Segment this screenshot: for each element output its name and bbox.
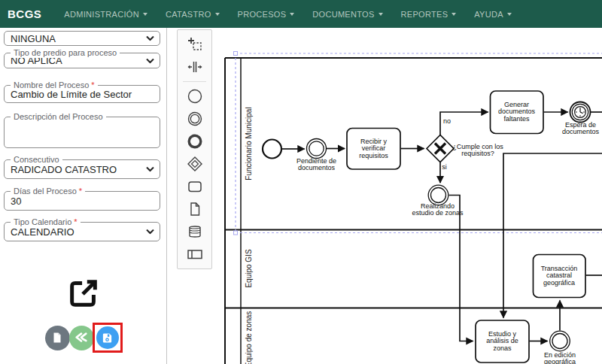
navbar: BCGS ADMINISTRACIÓN CATASTRO PROCESOS DO… — [0, 0, 602, 28]
external-link-icon — [66, 276, 101, 311]
lane-label-equipo-gis[interactable]: Equipo GIS — [245, 249, 253, 287]
palette-create-participant[interactable] — [178, 243, 211, 265]
caret-down-icon — [143, 13, 147, 16]
document-button[interactable] — [45, 326, 70, 350]
svg-text:Recibir yverificarrequisitos: Recibir yverificarrequisitos — [359, 138, 388, 159]
select-ninguna[interactable]: NINGUNA — [4, 31, 160, 46]
palette-space-tool[interactable] — [178, 56, 211, 78]
input-nombre-proceso[interactable]: Nombre del Proceso * Cambio de Límite de… — [4, 85, 160, 103]
palette-create-end-event[interactable] — [178, 130, 211, 153]
caret-down-icon — [507, 13, 512, 16]
svg-text:Pendiente dedocumentos: Pendiente dedocumentos — [296, 157, 336, 171]
process-form-panel: NINGUNA Tipo de predio para proceso NO A… — [0, 28, 167, 364]
participant-icon — [186, 245, 204, 263]
nav-item-documentos[interactable]: DOCUMENTOS — [303, 10, 391, 19]
data-store-icon — [186, 223, 204, 241]
bpmn-palette — [177, 29, 212, 269]
task-generar-documentos[interactable]: Generardocumentosfaltantes — [491, 91, 544, 134]
selection-handle[interactable] — [234, 52, 238, 56]
chevron-down-icon — [146, 167, 154, 172]
task-icon — [186, 177, 204, 196]
chevron-down-icon — [146, 36, 154, 41]
task-transaccion-catastral[interactable]: Transaccióncatastralgeográfica — [534, 255, 586, 298]
file-icon — [51, 332, 63, 344]
open-diagram-button[interactable] — [0, 276, 167, 311]
caret-down-icon — [290, 13, 294, 16]
svg-text:En edicióngeográfica: En edicióngeográfica — [544, 351, 576, 364]
textarea-descripcion[interactable]: Descripción del Proceso — [4, 117, 160, 148]
lane-label-funcionario-municipal[interactable]: Funcionario Municipal — [245, 107, 253, 180]
palette-create-intermediate-event[interactable] — [178, 108, 211, 130]
timer-event-espera[interactable]: Espera dedocumentos — [562, 102, 600, 135]
nav-item-reportes[interactable]: REPORTES — [392, 10, 466, 19]
space-tool-icon — [186, 58, 204, 76]
save-floppy-icon — [102, 332, 113, 344]
double-back-arrow-icon — [74, 331, 89, 344]
input-dias-proceso[interactable]: Días del Proceso * 30 — [4, 191, 160, 211]
svg-text:Espera dedocumentos: Espera dedocumentos — [562, 121, 600, 135]
end-event-icon — [186, 132, 204, 150]
nav-item-procesos[interactable]: PROCESOS — [229, 10, 304, 19]
flow-realizando-to-estudio[interactable] — [449, 196, 473, 341]
nav-item-ayuda[interactable]: AYUDA — [465, 10, 521, 19]
nav-item-catastro[interactable]: CATASTRO — [157, 10, 229, 19]
bpmn-diagram: Funcionario Municipal Equipo GIS Equipo … — [167, 28, 602, 364]
flow-label-no: no — [443, 117, 451, 125]
clock-icon — [575, 107, 586, 118]
select-tipo-calendario[interactable]: Tipo Calendario * CALENDARIO — [4, 222, 160, 241]
lane-label-equipo-de-zonas[interactable]: Equipo de zonas — [245, 311, 253, 364]
save-button-highlight — [93, 323, 123, 353]
task-recibir-verificar[interactable]: Recibir yverificarrequisitos — [347, 129, 400, 170]
intermediate-event-pendiente[interactable]: Pendiente dedocumentos — [296, 139, 336, 172]
undo-button[interactable] — [69, 326, 94, 350]
brand-logo[interactable]: BCGS — [8, 8, 41, 20]
chevron-down-icon — [146, 58, 154, 63]
intermediate-event-edicion[interactable]: En edicióngeográfica — [544, 331, 576, 364]
palette-create-gateway[interactable] — [178, 153, 211, 175]
task-estudio-analisis[interactable]: Estudio yanálisis dezonas — [476, 320, 529, 362]
save-button[interactable] — [96, 326, 119, 349]
start-event[interactable] — [263, 140, 281, 159]
palette-create-data-store[interactable] — [178, 220, 211, 243]
svg-text:Realizandoestudio de zonas: Realizandoestudio de zonas — [412, 202, 464, 217]
lasso-tool-icon — [186, 35, 204, 53]
palette-separator — [183, 81, 206, 82]
flow-label-si: si — [442, 163, 447, 171]
intermediate-event-realizando[interactable]: Realizandoestudio de zonas — [412, 185, 464, 217]
caret-down-icon — [379, 13, 383, 16]
exclusive-gateway[interactable]: ¿Cumple con losrequisitos? — [427, 135, 503, 162]
select-consecutivo[interactable]: Consecutivo RADICADO CATASTRO — [4, 159, 160, 179]
palette-create-start-event[interactable] — [178, 85, 211, 108]
start-event-icon — [186, 87, 204, 105]
svg-text:¿Cumple con losrequisitos?: ¿Cumple con losrequisitos? — [452, 143, 503, 158]
caret-down-icon — [451, 13, 456, 16]
bpmn-canvas[interactable]: Funcionario Municipal Equipo GIS Equipo … — [167, 28, 602, 364]
gateway-icon — [186, 155, 204, 173]
palette-create-task[interactable] — [178, 175, 211, 198]
intermediate-event-icon — [186, 110, 204, 128]
palette-create-data-object[interactable] — [178, 198, 211, 220]
form-action-buttons — [0, 323, 167, 353]
select-tipo-predio[interactable]: Tipo de predio para proceso NO APLICA — [4, 53, 160, 68]
lane-selection-outline — [234, 52, 602, 235]
selection-handle[interactable] — [234, 231, 238, 235]
caret-down-icon — [215, 13, 220, 16]
palette-lasso-tool[interactable] — [178, 33, 211, 56]
data-object-icon — [186, 200, 204, 218]
chevron-down-icon — [146, 229, 154, 235]
nav-item-administracion[interactable]: ADMINISTRACIÓN — [55, 10, 157, 19]
